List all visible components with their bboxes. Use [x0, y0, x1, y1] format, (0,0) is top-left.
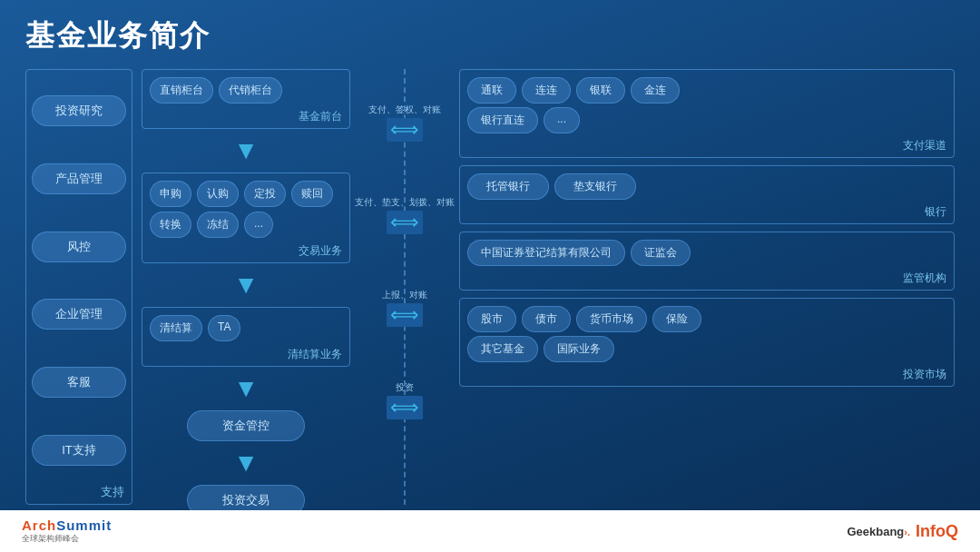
left-column-label: 支持	[101, 484, 124, 500]
footer: ArchSummit 全球架构师峰会 Geekbang›. InfoQ	[0, 510, 980, 552]
geekbang-logo: Geekbang›.	[847, 524, 910, 538]
clear-item-1: 清结算	[150, 315, 202, 341]
payment-item-5: 银行直连	[467, 107, 538, 133]
clear-label: 清结算业务	[288, 347, 342, 362]
invest-market-item-1: 股市	[467, 306, 516, 332]
left-item-5: 客服	[32, 367, 126, 398]
double-arrow-1: ⟺	[387, 118, 423, 142]
left-item-2: 产品管理	[32, 163, 126, 194]
middle-column: 直销柜台 代销柜台 基金前台 ▼ 申购 认购 定投 赎回 转换 冻结 ...	[142, 69, 350, 505]
arrow-label-4: 投资	[396, 381, 414, 394]
trade-section: 申购 认购 定投 赎回 转换 冻结 ... 交易业务	[142, 172, 350, 263]
trade-item-6: 冻结	[197, 212, 239, 238]
trade-item-2: 认购	[197, 181, 239, 207]
double-arrow-4: ⟺	[387, 396, 423, 419]
arrow-down-1: ▼	[142, 138, 350, 163]
arrow-down-4: ▼	[142, 450, 350, 476]
fund-mgmt-box: 资金管控	[187, 410, 305, 441]
archsummit-subtitle: 全球架构师峰会	[22, 533, 79, 545]
invest-market-label: 投资市场	[903, 367, 946, 382]
trade-label: 交易业务	[299, 243, 342, 259]
invest-market-item-5: 其它基金	[467, 336, 538, 362]
payment-item-1: 通联	[467, 77, 516, 104]
clear-item-2: TA	[208, 315, 240, 341]
arrow-label-3: 上报、对账	[382, 289, 427, 301]
left-item-6: IT支持	[32, 435, 126, 466]
invest-market-section: 股市 债市 货币市场 保险 其它基金 国际业务 投资市场	[459, 298, 955, 387]
regulator-section: 中国证券登记结算有限公司 证监会 监管机构	[459, 232, 955, 291]
invest-market-row-2: 其它基金 国际业务	[467, 336, 946, 362]
bank-item-1: 托管银行	[467, 173, 549, 200]
payment-item-3: 银联	[576, 77, 625, 104]
footer-right: Geekbang›. InfoQ	[847, 522, 958, 541]
agent-counter: 代销柜台	[219, 77, 282, 104]
left-item-4: 企业管理	[32, 299, 126, 330]
trade-item-7: ...	[244, 212, 273, 238]
infoq-logo: InfoQ	[916, 522, 958, 541]
fund-front-row: 直销柜台 代销柜台	[150, 77, 342, 104]
trade-row-1: 申购 认购 定投 赎回	[150, 181, 342, 207]
double-arrow-2: ⟺	[387, 211, 423, 234]
invest-market-item-6: 国际业务	[544, 336, 614, 362]
footer-left: ArchSummit 全球架构师峰会	[22, 518, 112, 545]
invest-market-item-4: 保险	[652, 306, 701, 332]
payment-item-4: 金连	[631, 77, 680, 104]
page-title: 基金业务简介	[25, 16, 955, 56]
payment-row-1: 通联 连连 银联 金连	[467, 77, 946, 104]
double-arrow-3: ⟺	[387, 303, 423, 327]
bank-label: 银行	[925, 204, 946, 220]
arrow-down-2: ▼	[142, 272, 350, 298]
invest-market-item-3: 货币市场	[576, 306, 647, 332]
trade-row-2: 转换 冻结 ...	[150, 212, 342, 238]
regulator-item-2: 证监会	[631, 240, 691, 266]
trade-item-1: 申购	[150, 181, 191, 207]
regulator-item-1: 中国证券登记结算有限公司	[467, 240, 625, 266]
arrow-group-3: 上报、对账 ⟺	[382, 289, 427, 327]
bank-item-2: 垫支银行	[554, 173, 636, 200]
left-item-1: 投资研究	[32, 95, 126, 126]
fund-front-section: 直销柜台 代销柜台 基金前台	[142, 69, 350, 129]
arrow-label-2: 支付、垫支、划拨、对账	[355, 196, 455, 209]
regulator-row-1: 中国证券登记结算有限公司 证监会	[467, 240, 946, 266]
fund-front-label: 基金前台	[299, 109, 342, 124]
regulator-label: 监管机构	[903, 271, 946, 286]
payment-item-2: 连连	[522, 77, 571, 104]
arrow-group-1: 支付、签权、对账 ⟺	[368, 104, 441, 142]
arrow-group-2: 支付、垫支、划拨、对账 ⟺	[355, 196, 455, 234]
arrow-down-3: ▼	[142, 376, 350, 401]
fund-mgmt-wrapper: 资金管控	[142, 410, 350, 441]
main-container: 基金业务简介 投资研究 产品管理 风控 企业管理 客服 IT支持 支持 直销柜台…	[0, 0, 980, 552]
invest-market-row-1: 股市 债市 货币市场 保险	[467, 306, 946, 332]
left-column: 投资研究 产品管理 风控 企业管理 客服 IT支持 支持	[25, 69, 132, 505]
invest-market-item-2: 债市	[522, 306, 571, 332]
right-column: 通联 连连 银联 金连 银行直连 ... 支付渠道 托管银行 垫支银行 银行	[459, 69, 955, 505]
payment-label: 支付渠道	[903, 138, 946, 153]
direct-counter: 直销柜台	[150, 77, 213, 104]
payment-row-2: 银行直连 ...	[467, 107, 946, 133]
clear-section: 清结算 TA 清结算业务	[142, 307, 350, 367]
trade-item-5: 转换	[150, 212, 191, 238]
left-item-3: 风控	[32, 232, 126, 262]
payment-item-6: ...	[544, 107, 580, 133]
content-area: 投资研究 产品管理 风控 企业管理 客服 IT支持 支持 直销柜台 代销柜台 基…	[25, 69, 955, 505]
payment-section: 通联 连连 银联 金连 银行直连 ... 支付渠道	[459, 69, 955, 158]
center-arrows-column: 支付、签权、对账 ⟺ 支付、垫支、划拨、对账 ⟺ 上报、对账 ⟺ 投资 ⟺	[359, 69, 450, 505]
clear-row: 清结算 TA	[150, 315, 342, 341]
arrow-group-4: 投资 ⟺	[387, 381, 423, 419]
arrow-label-1: 支付、签权、对账	[368, 104, 441, 116]
bank-row-1: 托管银行 垫支银行	[467, 173, 946, 200]
trade-item-4: 赎回	[291, 181, 333, 207]
trade-item-3: 定投	[244, 181, 286, 207]
bank-section: 托管银行 垫支银行 银行	[459, 165, 955, 224]
archsummit-logo: ArchSummit	[22, 518, 112, 533]
